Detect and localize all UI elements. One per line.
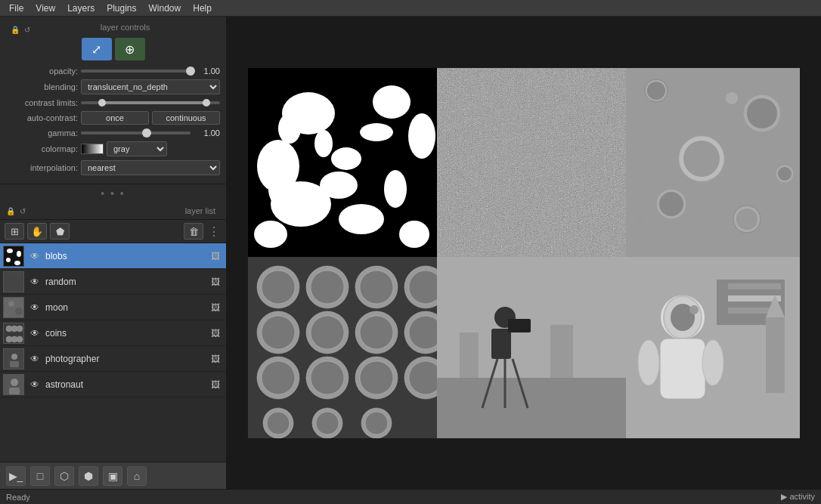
menu-view[interactable]: View <box>29 2 61 15</box>
layer-thumb-moon <box>3 297 24 318</box>
layer-select-tool[interactable]: ⊞ <box>5 223 24 240</box>
main-area: 🔒 ↺ layer controls ⤢ ⊕ opacity: 1.00 <box>0 17 821 489</box>
auto-contrast-row: auto-contrast: once continuous <box>6 111 220 125</box>
svg-point-50 <box>736 209 757 230</box>
svg-rect-86 <box>437 378 626 438</box>
layer-name-astronaut: astronaut <box>42 379 208 390</box>
layer-shape-tool[interactable]: ⬟ <box>50 223 70 240</box>
svg-rect-22 <box>9 388 20 394</box>
svg-point-33 <box>314 130 333 157</box>
layer-type-coins: 🖼 <box>208 326 223 341</box>
contrast-slider[interactable] <box>81 101 220 104</box>
svg-point-54 <box>726 92 738 104</box>
3d-layers-btn[interactable]: ⬢ <box>79 466 98 486</box>
canvas-area <box>227 17 821 489</box>
opacity-label: opacity: <box>6 66 78 76</box>
svg-point-48 <box>659 192 683 216</box>
layer-eye-blobs[interactable]: 👁 <box>27 249 42 264</box>
interpolation-select[interactable]: nearest <box>81 160 220 175</box>
layer-item-random[interactable]: 👁 random 🖼 <box>0 269 226 295</box>
layer-item-photographer[interactable]: 👁 photographer 🖼 <box>0 346 226 372</box>
gamma-value: 1.00 <box>194 128 220 138</box>
svg-rect-88 <box>491 329 511 359</box>
svg-point-66 <box>311 316 344 349</box>
colormap-preview <box>81 144 104 154</box>
panel-icons: 🔒 ↺ layer controls <box>6 21 220 38</box>
colormap-select[interactable]: gray <box>107 141 167 156</box>
layer-delete-btn[interactable]: 🗑 <box>184 223 203 240</box>
svg-point-58 <box>311 271 344 304</box>
menu-plugins[interactable]: Plugins <box>101 2 142 15</box>
layer-type-astronaut: 🖼 <box>208 377 223 392</box>
layer-list-label: layer list <box>29 206 222 215</box>
svg-rect-89 <box>508 319 531 332</box>
svg-point-110 <box>689 305 699 314</box>
svg-point-53 <box>637 215 645 223</box>
cube-btn[interactable]: ⬡ <box>54 466 74 486</box>
layer-controls-header: layer controls <box>33 23 217 32</box>
blending-select[interactable]: translucent_no_depth <box>81 79 220 94</box>
layer-thumb-random <box>3 271 24 292</box>
layer-eye-astronaut[interactable]: 👁 <box>27 377 42 392</box>
move-transform-btn[interactable]: ⤢ <box>82 38 112 60</box>
layer-controls-panel: 🔒 ↺ layer controls ⤢ ⊕ opacity: 1.00 <box>0 17 226 184</box>
status-ready: Ready <box>6 493 30 502</box>
contrast-left-thumb[interactable] <box>98 99 106 107</box>
svg-point-31 <box>254 221 287 248</box>
layer-list-panel: 🔒 ↺ layer list ⊞ ✋ ⬟ 🗑 ⋮ <box>0 203 226 462</box>
colormap-row: colormap: gray <box>6 141 220 156</box>
layer-name-blobs: blobs <box>42 251 208 261</box>
image-grid <box>248 68 800 438</box>
grid-btn[interactable]: ▣ <box>103 466 122 486</box>
interpolation-row: interpolation: nearest <box>6 160 220 175</box>
lock-icon: 🔒 <box>9 23 21 36</box>
svg-rect-94 <box>581 340 596 378</box>
gamma-row: gamma: 1.00 <box>6 128 220 138</box>
layer-list-header: 🔒 ↺ layer list <box>0 203 226 220</box>
home-btn[interactable]: ⌂ <box>127 466 147 486</box>
layer-move-tool[interactable]: ✋ <box>27 223 47 240</box>
layer-item-blobs[interactable]: 👁 blobs 🖼 <box>0 243 226 269</box>
menu-file[interactable]: File <box>3 2 29 15</box>
menu-window[interactable]: Window <box>143 2 187 15</box>
layer-thumb-astronaut <box>3 374 24 395</box>
gamma-slider[interactable] <box>81 131 191 135</box>
opacity-slider[interactable] <box>81 70 191 73</box>
layer-type-moon: 🖼 <box>208 300 223 315</box>
terminal-btn[interactable]: ▶_ <box>6 466 26 486</box>
layer-type-photographer: 🖼 <box>208 351 223 366</box>
left-panel: 🔒 ↺ layer controls ⤢ ⊕ opacity: 1.00 <box>0 17 227 489</box>
layer-eye-moon[interactable]: 👁 <box>27 300 42 315</box>
svg-point-74 <box>311 361 344 394</box>
auto-continuous-btn[interactable]: continuous <box>152 111 220 125</box>
layer-item-moon[interactable]: 👁 moon 🖼 <box>0 295 226 320</box>
svg-point-25 <box>408 113 435 159</box>
layer-eye-coins[interactable]: 👁 <box>27 326 42 341</box>
menu-help[interactable]: Help <box>187 2 218 15</box>
layer-name-coins: coins <box>42 328 208 339</box>
layer-type-random: 🖼 <box>208 274 223 289</box>
menu-layers[interactable]: Layers <box>61 2 101 15</box>
svg-rect-101 <box>766 317 785 393</box>
contrast-right-thumb[interactable] <box>203 99 210 107</box>
svg-point-84 <box>365 412 388 434</box>
svg-rect-19 <box>10 361 19 367</box>
square-btn[interactable]: □ <box>30 466 50 486</box>
svg-point-34 <box>360 123 393 141</box>
svg-rect-39 <box>437 68 626 257</box>
svg-point-32 <box>399 221 429 248</box>
layer-name-random: random <box>42 277 208 287</box>
svg-point-76 <box>360 361 393 394</box>
grid-cell-coins <box>248 257 437 438</box>
contrast-limits-label: contrast limits: <box>6 98 78 107</box>
layer-eye-random[interactable]: 👁 <box>27 274 42 289</box>
layer-eye-photographer[interactable]: 👁 <box>27 351 42 366</box>
layer-item-astronaut[interactable]: 👁 astronaut 🖼 <box>0 372 226 397</box>
svg-point-2 <box>17 251 21 257</box>
auto-once-btn[interactable]: once <box>81 111 149 125</box>
grid-cell-astronaut <box>626 257 800 438</box>
svg-point-44 <box>747 98 777 128</box>
layer-item-coins[interactable]: 👁 coins 🖼 <box>0 320 226 346</box>
select-transform-btn[interactable]: ⊕ <box>115 38 145 60</box>
layer-menu-btn[interactable]: ⋮ <box>206 224 222 239</box>
